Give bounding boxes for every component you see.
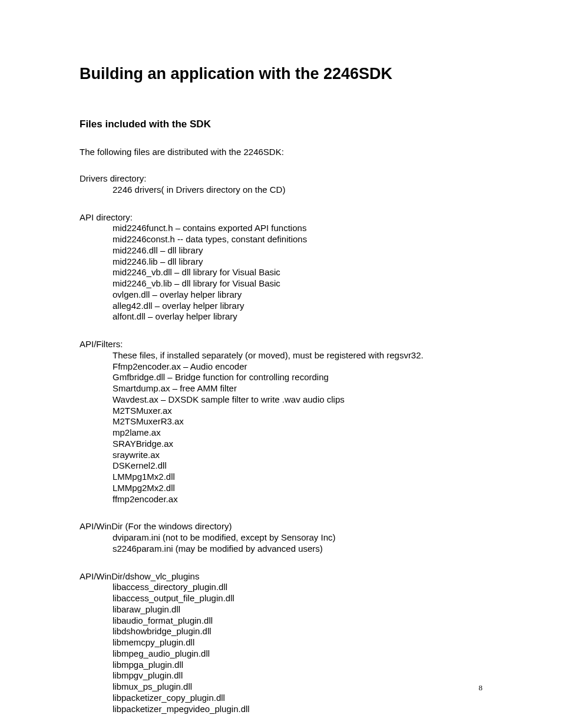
file-section: API/WinDir/dshow_vlc_pluginslibaccess_di… <box>80 571 482 715</box>
list-item: libaraw_plugin.dll <box>113 604 482 615</box>
list-item: LMMpg1Mx2.dll <box>113 472 482 483</box>
list-item: DSKernel2.dll <box>113 460 482 472</box>
list-item: mp2lame.ax <box>113 427 482 439</box>
sections-container: Drivers directory:2246 drivers( in Drive… <box>80 173 482 714</box>
list-item: mid2246.lib – dll library <box>113 256 482 268</box>
list-item: libaccess_output_file_plugin.dll <box>113 593 482 604</box>
file-section: API directory:mid2246funct.h – contains … <box>80 212 482 323</box>
list-item: LMMpg2Mx2.dll <box>113 483 482 494</box>
section-heading: Files included with the SDK <box>80 118 482 130</box>
list-item: mid2246_vb.lib – dll library for Visual … <box>113 278 482 289</box>
file-section: API/WinDir (For the windows directory)dv… <box>80 521 482 554</box>
page-number: 8 <box>479 683 483 693</box>
section-head: API/WinDir/dshow_vlc_plugins <box>80 571 482 582</box>
section-head: API/WinDir (For the windows directory) <box>80 521 482 532</box>
list-item: s2246param.ini (may be modified by advan… <box>113 543 482 555</box>
list-item: sraywrite.ax <box>113 450 482 461</box>
section-head: API directory: <box>80 212 482 223</box>
list-item: libpacketizer_mpegvideo_plugin.dll <box>113 704 482 715</box>
list-item: ffmp2encoder.ax <box>113 494 482 505</box>
list-item: libmux_ps_plugin.dll <box>113 681 482 693</box>
list-item: 2246 drivers( in Drivers directory on th… <box>113 185 482 196</box>
section-head: API/Filters: <box>80 339 482 350</box>
page-title: Building an application with the 2246SDK <box>80 65 482 83</box>
list-item: ovlgen.dll – overlay helper library <box>113 289 482 301</box>
list-item: Wavdest.ax – DXSDK sample filter to writ… <box>113 394 482 406</box>
section-head: Drivers directory: <box>80 173 482 185</box>
list-item: mid2246funct.h – contains exported API f… <box>113 223 482 234</box>
list-item: Ffmp2encoder.ax – Audio encoder <box>113 361 482 373</box>
list-item: dviparam.ini (not to be modified, except… <box>113 532 482 543</box>
list-item: mid2246const.h -- data types, constant d… <box>113 234 482 245</box>
list-item: libpacketizer_copy_plugin.dll <box>113 693 482 704</box>
intro-text: The following files are distributed with… <box>80 147 482 157</box>
list-item: libmpeg_audio_plugin.dll <box>113 648 482 660</box>
list-item: alleg42.dll – overlay helper library <box>113 301 482 312</box>
list-item: libmpga_plugin.dll <box>113 660 482 671</box>
list-item: M2TSMuxer.ax <box>113 406 482 417</box>
list-item: mid2246.dll – dll library <box>113 245 482 256</box>
file-section: Drivers directory:2246 drivers( in Drive… <box>80 173 482 196</box>
list-item: alfont.dll – overlay helper library <box>113 311 482 322</box>
list-item: M2TSMuxerR3.ax <box>113 416 482 427</box>
page-content: Building an application with the 2246SDK… <box>0 0 562 714</box>
list-item: libmemcpy_plugin.dll <box>113 637 482 648</box>
file-section: API/Filters:These files, if installed se… <box>80 339 482 505</box>
list-item: libmpgv_plugin.dll <box>113 670 482 681</box>
list-item: libdshowbridge_plugin.dll <box>113 626 482 637</box>
list-item: SRAYBridge.ax <box>113 439 482 450</box>
list-item: Gmfbridge.dll – Bridge function for cont… <box>113 372 482 383</box>
list-item: Smartdump.ax – free AMM filter <box>113 383 482 394</box>
list-item: libaudio_format_plugin.dll <box>113 615 482 627</box>
list-item: mid2246_vb.dll – dll library for Visual … <box>113 267 482 278</box>
list-item: These files, if installed separately (or… <box>113 350 482 361</box>
list-item: libaccess_directory_plugin.dll <box>113 582 482 593</box>
